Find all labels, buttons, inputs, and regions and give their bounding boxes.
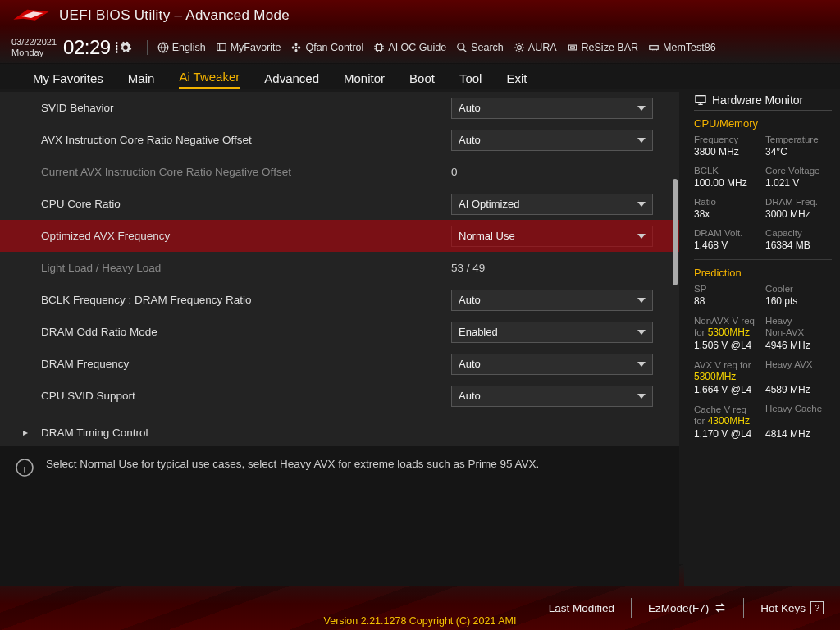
- resize-icon: [567, 42, 578, 53]
- version-text: Version 2.21.1278 Copyright (C) 2021 AMI: [0, 615, 840, 627]
- chevron-down-icon: [637, 138, 646, 143]
- svg-rect-6: [568, 45, 576, 50]
- globe-icon: [158, 42, 169, 53]
- hw-sp-label: SP: [694, 284, 760, 294]
- value-current-avx-offset: 0: [451, 166, 660, 178]
- tab-main[interactable]: Main: [128, 71, 155, 89]
- hw-bclk-value: 100.00 MHz: [694, 177, 760, 189]
- tab-advanced[interactable]: Advanced: [264, 71, 319, 89]
- hw-avxv-value: 1.664 V @L4: [694, 384, 760, 395]
- row-bclk-dram-ratio[interactable]: BCLK Frequency : DRAM Frequency Ratio Au…: [0, 284, 679, 316]
- aioc-button[interactable]: AI OC Guide: [373, 42, 446, 53]
- label-svid-behavior: SVID Behavior: [41, 102, 451, 114]
- dropdown-bclk-dram-ratio[interactable]: Auto: [451, 290, 653, 311]
- hw-heavynonavx-label: HeavyNon-AVX: [765, 315, 832, 338]
- dropdown-optimized-avx-freq[interactable]: Normal Use: [451, 226, 653, 247]
- hw-cachev-value: 1.170 V @L4: [694, 428, 760, 440]
- label-dram-odd-ratio: DRAM Odd Ratio Mode: [41, 326, 451, 338]
- settings-area: SVID Behavior Auto AVX Instruction Core …: [0, 92, 679, 586]
- memory-icon: [648, 42, 660, 53]
- date-text: 03/22/2021: [11, 37, 57, 48]
- hw-heavyavx-label: Heavy AVX: [765, 359, 832, 382]
- label-bclk-dram-ratio: BCLK Frequency : DRAM Frequency Ratio: [41, 294, 451, 306]
- hw-temp-value: 34°C: [765, 146, 832, 158]
- dropdown-dram-odd-ratio[interactable]: Enabled: [451, 322, 653, 343]
- svg-rect-3: [377, 44, 382, 50]
- label-current-avx-offset: Current AVX Instruction Core Ratio Negat…: [41, 166, 451, 178]
- page-title: UEFI BIOS Utility – Advanced Mode: [59, 7, 290, 24]
- hw-nonavxv-value: 1.506 V @L4: [694, 340, 760, 351]
- clock-display: 02:29: [63, 36, 111, 59]
- hw-frequency-value: 3800 MHz: [694, 146, 760, 158]
- label-avx-offset: AVX Instruction Core Ratio Negative Offs…: [41, 134, 451, 146]
- main-tabs: My Favorites Main Ai Tweaker Advanced Mo…: [0, 64, 840, 89]
- row-avx-offset[interactable]: AVX Instruction Core Ratio Negative Offs…: [0, 124, 679, 156]
- info-icon: [15, 458, 34, 477]
- hw-sp-value: 88: [694, 295, 760, 307]
- tab-monitor[interactable]: Monitor: [344, 71, 385, 89]
- tab-favorites[interactable]: My Favorites: [33, 71, 103, 89]
- hotkeys-button[interactable]: Hot Keys ?: [760, 601, 824, 614]
- svg-rect-1: [217, 43, 226, 50]
- hw-temp-label: Temperature: [765, 135, 832, 144]
- memtest-button[interactable]: MemTest86: [648, 42, 716, 53]
- ezmode-button[interactable]: EzMode(F7): [648, 602, 727, 614]
- rog-logo-icon: [11, 7, 51, 25]
- hw-corev-label: Core Voltage: [765, 166, 832, 176]
- hw-cap-label: Capacity: [765, 228, 832, 238]
- row-dram-odd-ratio[interactable]: DRAM Odd Ratio Mode Enabled: [0, 316, 679, 348]
- footer: Last Modified EzMode(F7) Hot Keys ? Vers…: [0, 586, 840, 630]
- hw-corev-value: 1.021 V: [765, 177, 832, 189]
- chevron-down-icon: [637, 394, 646, 399]
- tab-tool[interactable]: Tool: [459, 71, 482, 89]
- label-optimized-avx-freq: Optimized AVX Frequency: [41, 230, 451, 242]
- tab-aitweaker[interactable]: Ai Tweaker: [179, 70, 240, 89]
- settings-list: SVID Behavior Auto AVX Instruction Core …: [0, 92, 679, 441]
- row-dram-timing-control[interactable]: DRAM Timing Control: [0, 417, 679, 441]
- qfan-button[interactable]: Qfan Control: [290, 42, 363, 53]
- chip-icon: [373, 42, 385, 53]
- scrollbar-thumb[interactable]: [673, 179, 678, 285]
- date-display: 03/22/2021 Monday: [11, 37, 57, 57]
- row-svid-behavior[interactable]: SVID Behavior Auto: [0, 92, 679, 124]
- hw-prediction-title: Prediction: [694, 267, 832, 279]
- dropdown-dram-frequency[interactable]: Auto: [451, 354, 653, 375]
- hw-dramf-label: DRAM Freq.: [765, 197, 832, 207]
- hw-frequency-label: Frequency: [694, 135, 760, 144]
- row-optimized-avx-freq[interactable]: Optimized AVX Frequency Normal Use: [0, 220, 679, 252]
- row-dram-frequency[interactable]: DRAM Frequency Auto: [0, 348, 679, 380]
- svg-point-4: [458, 43, 464, 49]
- aura-button[interactable]: AURA: [514, 42, 557, 53]
- hw-ratio-value: 38x: [694, 208, 760, 220]
- hw-heavycache-label: Heavy Cache: [765, 404, 832, 427]
- language-button[interactable]: English: [158, 42, 206, 53]
- dropdown-avx-offset[interactable]: Auto: [451, 130, 653, 151]
- search-button[interactable]: Search: [456, 42, 504, 53]
- hw-cpu-mem-title: CPU/Memory: [694, 117, 832, 130]
- aura-icon: [514, 42, 525, 53]
- row-cpu-core-ratio[interactable]: CPU Core Ratio AI Optimized: [0, 188, 679, 220]
- svg-rect-7: [570, 46, 574, 48]
- hardware-monitor-panel: Hardware Monitor CPU/Memory Frequency Te…: [684, 89, 840, 586]
- row-current-avx-offset: Current AVX Instruction Core Ratio Negat…: [0, 156, 679, 188]
- tab-boot[interactable]: Boot: [409, 71, 435, 89]
- dropdown-cpu-svid-support[interactable]: Auto: [451, 386, 653, 407]
- dropdown-cpu-core-ratio[interactable]: AI Optimized: [451, 194, 653, 215]
- tab-exit[interactable]: Exit: [506, 71, 527, 89]
- row-cpu-svid-support[interactable]: CPU SVID Support Auto: [0, 380, 679, 412]
- resizebar-button[interactable]: ReSize BAR: [567, 42, 638, 53]
- monitor-icon: [694, 94, 707, 107]
- myfavorite-button[interactable]: MyFavorite: [216, 42, 281, 53]
- gear-icon[interactable]: [119, 41, 132, 54]
- search-icon: [456, 42, 468, 53]
- help-text: Select Normal Use for typical use cases,…: [46, 458, 539, 470]
- svg-rect-10: [696, 96, 705, 103]
- help-box: Select Normal Use for typical use cases,…: [0, 446, 679, 586]
- dropdown-svid-behavior[interactable]: Auto: [451, 98, 653, 119]
- top-toolbar: 03/22/2021 Monday 02:29⁞ English MyFavor…: [0, 31, 840, 64]
- hw-cooler-value: 160 pts: [765, 295, 832, 307]
- last-modified-button[interactable]: Last Modified: [549, 602, 614, 614]
- hw-cooler-label: Cooler: [765, 284, 832, 294]
- svg-point-5: [517, 45, 521, 49]
- chevron-down-icon: [637, 234, 646, 239]
